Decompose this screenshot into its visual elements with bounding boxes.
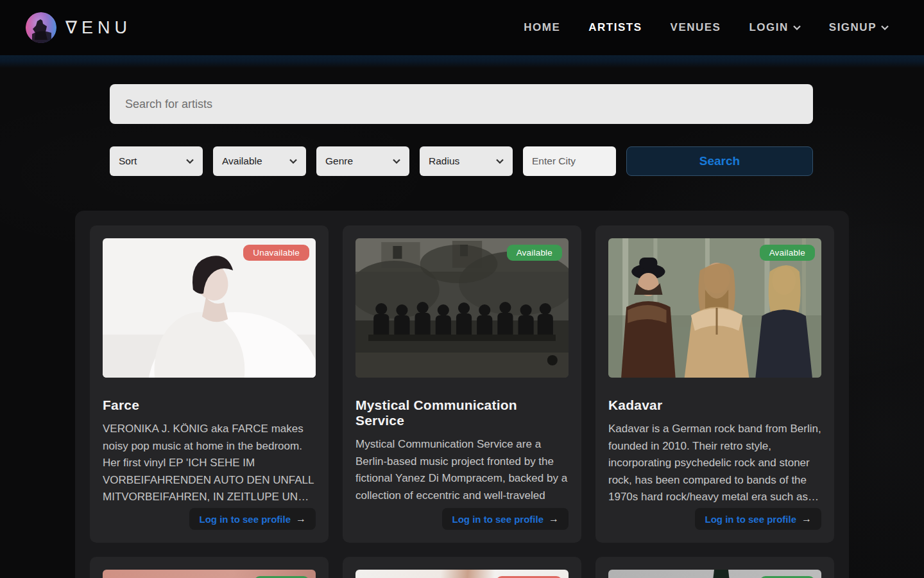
- cta-label: Log in to see profile: [199, 514, 291, 525]
- login-to-see-profile-button[interactable]: Log in to see profile →: [695, 508, 821, 530]
- brand-name: ∇ENU: [65, 19, 132, 37]
- artist-name: Farce: [103, 398, 316, 413]
- nav-venues-label: VENUES: [671, 21, 721, 34]
- chevron-down-icon: [881, 25, 889, 30]
- artist-card: Unavailable Farce VERONIKA J. KÖNIG aka …: [90, 225, 329, 543]
- nav-item-home[interactable]: HOME: [524, 21, 560, 34]
- top-navbar: ∇ENU HOME ARTISTS VENUES LOGIN SIGNUP: [0, 0, 924, 55]
- cta-label: Log in to see profile: [452, 514, 543, 525]
- results-panel: Unavailable Farce VERONIKA J. KÖNIG aka …: [75, 211, 849, 578]
- arrow-right-icon: →: [296, 513, 306, 525]
- artist-card: Unavailable: [343, 557, 581, 578]
- cta-label: Log in to see profile: [705, 514, 796, 525]
- photo-silhouette: [697, 570, 744, 578]
- search-input[interactable]: [110, 84, 813, 124]
- artist-grid: Unavailable Farce VERONIKA J. KÖNIG aka …: [90, 225, 834, 578]
- artist-name: Kadavar: [608, 398, 821, 413]
- nav-item-venues[interactable]: VENUES: [671, 21, 721, 34]
- login-to-see-profile-button[interactable]: Log in to see profile →: [442, 508, 569, 530]
- filter-row: Sort Available Genre Radius Search: [110, 146, 813, 176]
- login-to-see-profile-button[interactable]: Log in to see profile →: [189, 508, 316, 530]
- available-select[interactable]: Available: [213, 146, 306, 176]
- nav-artists-label: ARTISTS: [588, 21, 642, 34]
- nav-item-signup[interactable]: SIGNUP: [829, 21, 889, 34]
- nav-item-login[interactable]: LOGIN: [749, 21, 800, 34]
- search-button[interactable]: Search: [626, 146, 813, 176]
- genre-select[interactable]: Genre: [316, 146, 409, 176]
- chevron-down-icon: [289, 159, 297, 164]
- nav-item-artists[interactable]: ARTISTS: [588, 21, 642, 34]
- venu-logo-icon: [26, 12, 56, 43]
- radius-select[interactable]: Radius: [420, 146, 513, 176]
- nav-login-label: LOGIN: [749, 21, 788, 34]
- chevron-down-icon: [496, 159, 504, 164]
- genre-select-label: Genre: [325, 155, 353, 167]
- artist-card: Available Mystical Communication Service…: [343, 225, 581, 543]
- arrow-right-icon: →: [549, 513, 559, 525]
- sort-select-label: Sort: [119, 155, 137, 167]
- artist-photo: Available: [608, 570, 821, 578]
- artist-card: Available: [595, 557, 834, 578]
- city-input[interactable]: [523, 146, 616, 176]
- artist-photo: Unavailable: [355, 570, 569, 578]
- artist-photo: Available: [103, 570, 316, 578]
- availability-badge: Available: [507, 245, 562, 261]
- artist-photo: Available: [355, 238, 569, 378]
- availability-badge: Available: [760, 245, 815, 261]
- brand-logo-link[interactable]: ∇ENU: [26, 12, 132, 43]
- chevron-down-icon: [393, 159, 400, 164]
- artist-description: Mystical Communication Service are a Ber…: [355, 436, 569, 508]
- available-select-label: Available: [222, 155, 262, 167]
- sort-select[interactable]: Sort: [110, 146, 203, 176]
- chevron-down-icon: [186, 159, 194, 164]
- nav-signup-label: SIGNUP: [829, 21, 877, 34]
- artist-card: Available Kadavar Kadavar is a German ro…: [595, 225, 834, 543]
- arrow-right-icon: →: [801, 513, 812, 525]
- header-glow-divider: [0, 55, 924, 68]
- main-nav: HOME ARTISTS VENUES LOGIN SIGNUP: [524, 21, 889, 34]
- artist-description: VERONIKA J. KÖNIG aka FARCE makes noisy …: [103, 421, 316, 506]
- nav-home-label: HOME: [524, 21, 560, 34]
- artist-photo: Available: [608, 238, 821, 378]
- artist-photo: Unavailable: [103, 238, 316, 378]
- artist-name: Mystical Communication Service: [355, 398, 569, 428]
- chevron-down-icon: [793, 25, 801, 30]
- availability-badge: Unavailable: [243, 245, 309, 261]
- artist-card: Available: [90, 557, 329, 578]
- radius-select-label: Radius: [429, 155, 459, 167]
- artist-description: Kadavar is a German rock band from Berli…: [608, 421, 821, 506]
